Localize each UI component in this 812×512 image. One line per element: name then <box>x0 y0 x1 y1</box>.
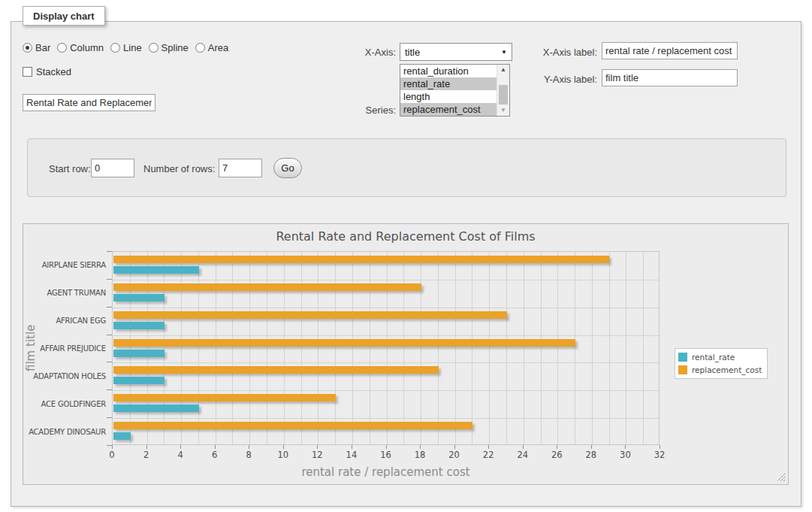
gridline-horizontal <box>113 280 659 280</box>
gridline-vertical <box>643 252 644 444</box>
bar-replacement_cost <box>113 366 439 374</box>
gridline-vertical <box>370 252 370 444</box>
gridline-vertical <box>575 252 575 444</box>
radio-line-label: Line <box>123 42 142 53</box>
x-axis-title: rental rate / replacement cost <box>112 465 660 479</box>
x-tick-label: 0 <box>109 450 114 460</box>
y-tick-mark <box>107 362 112 362</box>
gridline-vertical <box>506 252 507 444</box>
gridline-vertical <box>130 252 131 444</box>
gridline-vertical <box>352 252 353 444</box>
x-tick-mark <box>420 445 421 449</box>
x-axis-select[interactable]: title ▼ <box>400 43 512 61</box>
y-tick-mark <box>107 445 112 446</box>
stacked-checkbox-row[interactable]: Stacked <box>23 66 71 77</box>
x-tick-mark <box>249 445 249 449</box>
x-tick-mark <box>557 445 557 449</box>
radio-column[interactable]: Column <box>57 42 104 53</box>
radio-area-label: Area <box>208 42 228 53</box>
gridline-vertical <box>626 252 626 444</box>
x-tick-label: 26 <box>551 450 563 460</box>
gridline-vertical <box>318 252 318 444</box>
bar-rental_rate <box>113 404 199 412</box>
bar-replacement_cost <box>113 256 609 263</box>
radio-spline[interactable]: Spline <box>149 42 189 53</box>
x-tick-label: 22 <box>483 450 494 460</box>
gridline-horizontal <box>113 335 659 336</box>
gridline-horizontal <box>113 308 659 308</box>
radio-bar[interactable]: Bar <box>23 42 50 53</box>
series-option-length[interactable]: length <box>400 90 497 103</box>
series-list-label: Series: <box>342 105 396 116</box>
stacked-label: Stacked <box>36 66 71 77</box>
gridline-vertical <box>284 252 285 444</box>
y-tick-mark <box>107 389 112 390</box>
radio-spline-control[interactable] <box>149 43 158 53</box>
series-option-replacement-cost[interactable]: replacement_cost <box>400 103 497 116</box>
gridline-vertical <box>472 252 472 444</box>
series-option-rental-duration[interactable]: rental_duration <box>400 65 497 77</box>
x-tick-mark <box>283 445 284 449</box>
bar-replacement_cost <box>113 311 507 319</box>
radio-spline-label: Spline <box>161 42 189 53</box>
category-label: ACE GOLDFINGER <box>23 400 106 408</box>
x-tick-label: 8 <box>246 450 252 460</box>
bar-replacement_cost <box>113 283 421 291</box>
x-tick-label: 30 <box>620 450 631 460</box>
x-axis-label-input[interactable] <box>602 42 738 59</box>
series-option-rental-rate[interactable]: rental_rate <box>400 77 497 90</box>
y-tick-mark <box>107 251 112 252</box>
chevron-down-icon: ▼ <box>501 49 507 56</box>
x-tick-mark <box>523 445 524 449</box>
x-tick-mark <box>112 445 113 449</box>
series-listbox[interactable]: rental_duration rental_rate length repla… <box>400 64 510 117</box>
go-button[interactable]: Go <box>273 158 302 178</box>
x-tick-label: 24 <box>517 450 528 460</box>
page: Display chart Bar Column Line Spline Are… <box>0 0 812 512</box>
stacked-checkbox[interactable] <box>23 67 32 77</box>
x-tick-mark <box>454 445 455 449</box>
gridline-vertical <box>198 252 199 444</box>
x-tick-mark <box>317 445 318 449</box>
scrollbar-thumb[interactable] <box>499 85 508 105</box>
fieldset-legend: Display chart <box>23 6 105 26</box>
bar-replacement_cost <box>113 394 336 401</box>
radio-line-control[interactable] <box>110 43 120 53</box>
rows-panel: Start row: Number of rows: Go <box>27 138 786 197</box>
gridline-horizontal <box>113 390 659 391</box>
bar-rental_rate <box>113 377 165 384</box>
x-tick-mark <box>386 445 387 449</box>
scrollbar-up-icon[interactable]: ▲ <box>497 65 509 75</box>
radio-column-control[interactable] <box>57 43 67 53</box>
radio-column-label: Column <box>70 42 104 53</box>
y-tick-mark <box>107 279 112 280</box>
y-tick-mark <box>107 307 112 308</box>
y-axis-label-label: Y-Axis label: <box>530 74 597 85</box>
legend-label: replacement_cost <box>687 365 762 374</box>
y-axis-label-input[interactable] <box>602 69 738 86</box>
category-label: AGENT TRUMAN <box>23 289 106 297</box>
gridline-vertical <box>438 252 439 444</box>
gridline-vertical <box>232 252 233 444</box>
radio-area[interactable]: Area <box>195 42 228 53</box>
chart-title-input[interactable] <box>23 94 155 111</box>
resize-handle-icon[interactable] <box>777 473 786 482</box>
number-of-rows-input[interactable] <box>219 159 262 177</box>
radio-line[interactable]: Line <box>110 42 142 53</box>
radio-area-control[interactable] <box>195 43 205 53</box>
start-row-input[interactable] <box>91 159 134 177</box>
x-tick-label: 18 <box>415 450 426 460</box>
chart-type-radio-group: Bar Column Line Spline Area <box>23 42 228 53</box>
radio-bar-control[interactable] <box>23 43 32 53</box>
scrollbar-down-icon[interactable]: ▼ <box>497 105 509 116</box>
x-tick-mark <box>352 445 352 449</box>
category-label: AFFAIR PREJUDICE <box>23 344 106 353</box>
x-tick-mark <box>215 445 216 449</box>
gridline-vertical <box>421 252 421 444</box>
bar-replacement_cost <box>113 339 575 347</box>
series-scrollbar[interactable]: ▲ ▼ <box>497 65 509 116</box>
x-tick-mark <box>180 445 181 449</box>
chart-legend: rental_ratereplacement_cost <box>675 348 768 379</box>
series-options: rental_duration rental_rate length repla… <box>400 65 497 116</box>
legend-item: replacement_cost <box>678 365 762 374</box>
